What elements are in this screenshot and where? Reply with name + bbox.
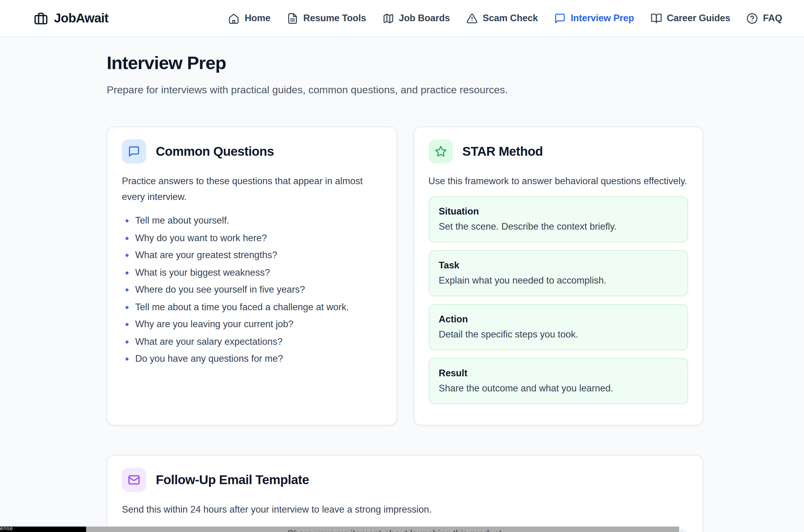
- star-step-title: Result: [439, 366, 678, 379]
- star-step-result: Result Share the outcome and what you le…: [428, 358, 688, 404]
- nav-label: Home: [245, 13, 270, 24]
- star-step-situation: Situation Set the scene. Describe the co…: [428, 196, 688, 242]
- brand-logo[interactable]: JobAwait: [34, 11, 109, 25]
- star-icon-badge: [428, 139, 453, 164]
- list-item: Why do you want to work here?: [122, 229, 382, 247]
- followup-header: Follow-Up Email Template: [122, 468, 688, 492]
- message-square-icon: [128, 146, 140, 157]
- star-step-title: Task: [439, 259, 678, 271]
- brand-name: JobAwait: [54, 11, 109, 25]
- main-content: Interview Prep Prepare for interviews wi…: [107, 52, 704, 532]
- card-description: Practice answers to these questions that…: [122, 173, 382, 205]
- nav-label: Interview Prep: [570, 13, 634, 24]
- alert-triangle-icon: [466, 13, 478, 24]
- list-item: Do you have any questions for me?: [122, 350, 382, 367]
- nav-label: Job Boards: [399, 13, 450, 24]
- app-window: JobAwait Home Resume Tools Job Boards Sc…: [0, 0, 804, 532]
- nav-label: Career Guides: [667, 13, 730, 24]
- star-steps: Situation Set the scene. Describe the co…: [428, 196, 688, 404]
- list-item: Why are you leaving your current job?: [122, 316, 382, 333]
- file-text-icon: [287, 13, 298, 24]
- star-step-description: Set the scene. Describe the context brie…: [439, 219, 678, 234]
- list-item: Tell me about yourself.: [122, 212, 382, 229]
- nav-item-home[interactable]: Home: [228, 13, 270, 24]
- star-step-description: Detail the specific steps you took.: [439, 327, 678, 342]
- list-item: What is your biggest weakness?: [122, 264, 382, 281]
- list-item: What are your salary expectations?: [122, 333, 382, 350]
- list-item: Tell me about a time you faced a challen…: [122, 299, 382, 316]
- top-nav-bar: JobAwait Home Resume Tools Job Boards Sc…: [0, 0, 804, 37]
- page-title: Interview Prep: [107, 52, 704, 75]
- bottom-black-bar: ense: [0, 527, 86, 532]
- card-title: Follow-Up Email Template: [156, 473, 309, 487]
- nav-item-interview-prep[interactable]: Interview Prep: [554, 13, 634, 24]
- bottom-black-bar-text: ense: [0, 527, 86, 531]
- nav-item-scam-check[interactable]: Scam Check: [466, 13, 538, 24]
- mail-icon-badge: [122, 468, 146, 492]
- star-step-task: Task Explain what you needed to accompli…: [428, 250, 688, 296]
- nav-item-faq[interactable]: FAQ: [747, 13, 782, 24]
- help-circle-icon: [747, 13, 758, 24]
- card-title: STAR Method: [462, 144, 543, 159]
- card-description: Send this within 24 hours after your int…: [122, 502, 688, 517]
- nav-item-job-boards[interactable]: Job Boards: [382, 13, 450, 24]
- star-method-header: STAR Method: [428, 139, 688, 164]
- book-open-icon: [651, 13, 662, 24]
- nav-label: Scam Check: [483, 13, 538, 24]
- message-square-icon-badge: [122, 139, 146, 164]
- bottom-gray-strip: Share your excitement about launching th…: [86, 527, 679, 532]
- followup-email-card: Follow-Up Email Template Send this withi…: [107, 455, 704, 532]
- common-questions-header: Common Questions: [122, 139, 382, 164]
- page-subtitle: Prepare for interviews with practical gu…: [107, 83, 704, 98]
- main-nav: Home Resume Tools Job Boards Scam Check …: [228, 13, 782, 24]
- home-icon: [228, 13, 240, 24]
- card-title: Common Questions: [156, 144, 274, 159]
- card-description: Use this framework to answer behavioral …: [428, 173, 688, 189]
- star-step-action: Action Detail the specific steps you too…: [428, 304, 688, 350]
- star-step-title: Situation: [439, 205, 678, 217]
- mail-icon: [128, 474, 140, 486]
- star-step-description: Share the outcome and what you learned.: [439, 381, 678, 396]
- nav-item-career-guides[interactable]: Career Guides: [651, 13, 730, 24]
- star-icon: [435, 146, 446, 157]
- briefcase-icon: [34, 11, 48, 25]
- questions-list: Tell me about yourself. Why do you want …: [122, 212, 382, 367]
- nav-label: Resume Tools: [303, 13, 366, 24]
- map-icon: [382, 13, 394, 24]
- star-step-title: Action: [439, 313, 678, 325]
- star-step-description: Explain what you needed to accomplish.: [439, 273, 678, 288]
- nav-label: FAQ: [763, 13, 782, 24]
- nav-item-resume-tools[interactable]: Resume Tools: [287, 13, 366, 24]
- common-questions-card: Common Questions Practice answers to the…: [107, 127, 397, 425]
- cards-row: Common Questions Practice answers to the…: [107, 127, 704, 425]
- template-hint-text: Share your excitement about launching th…: [287, 527, 679, 532]
- star-method-card: STAR Method Use this framework to answer…: [413, 127, 704, 425]
- list-item: What are your greatest strengths?: [122, 247, 382, 264]
- message-square-icon: [554, 13, 566, 24]
- list-item: Where do you see yourself in five years?: [122, 281, 382, 299]
